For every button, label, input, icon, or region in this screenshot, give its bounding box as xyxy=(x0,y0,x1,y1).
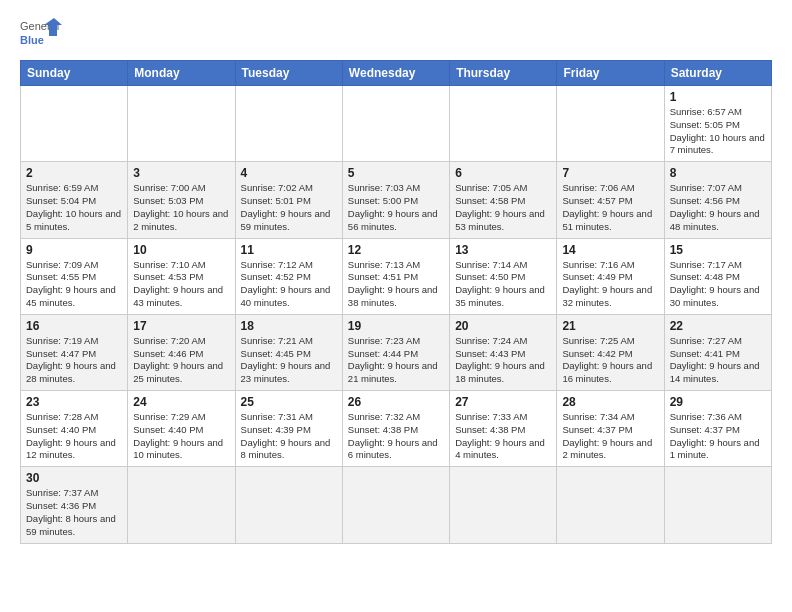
calendar-cell xyxy=(664,467,771,543)
day-info: Sunrise: 7:23 AM Sunset: 4:44 PM Dayligh… xyxy=(348,335,444,386)
calendar-cell: 16Sunrise: 7:19 AM Sunset: 4:47 PM Dayli… xyxy=(21,314,128,390)
calendar-cell xyxy=(128,467,235,543)
day-info: Sunrise: 7:31 AM Sunset: 4:39 PM Dayligh… xyxy=(241,411,337,462)
day-info: Sunrise: 7:14 AM Sunset: 4:50 PM Dayligh… xyxy=(455,259,551,310)
day-number: 14 xyxy=(562,243,658,257)
calendar-cell xyxy=(235,86,342,162)
day-number: 13 xyxy=(455,243,551,257)
day-number: 8 xyxy=(670,166,766,180)
calendar-cell xyxy=(557,86,664,162)
weekday-header-wednesday: Wednesday xyxy=(342,61,449,86)
calendar-cell: 26Sunrise: 7:32 AM Sunset: 4:38 PM Dayli… xyxy=(342,391,449,467)
calendar-cell xyxy=(450,467,557,543)
day-info: Sunrise: 7:06 AM Sunset: 4:57 PM Dayligh… xyxy=(562,182,658,233)
calendar-cell: 10Sunrise: 7:10 AM Sunset: 4:53 PM Dayli… xyxy=(128,238,235,314)
calendar-cell: 30Sunrise: 7:37 AM Sunset: 4:36 PM Dayli… xyxy=(21,467,128,543)
day-info: Sunrise: 7:00 AM Sunset: 5:03 PM Dayligh… xyxy=(133,182,229,233)
day-number: 29 xyxy=(670,395,766,409)
calendar-cell: 20Sunrise: 7:24 AM Sunset: 4:43 PM Dayli… xyxy=(450,314,557,390)
day-number: 7 xyxy=(562,166,658,180)
calendar-row-5: 30Sunrise: 7:37 AM Sunset: 4:36 PM Dayli… xyxy=(21,467,772,543)
logo: General Blue xyxy=(20,18,62,50)
day-info: Sunrise: 7:10 AM Sunset: 4:53 PM Dayligh… xyxy=(133,259,229,310)
day-number: 12 xyxy=(348,243,444,257)
calendar-cell: 18Sunrise: 7:21 AM Sunset: 4:45 PM Dayli… xyxy=(235,314,342,390)
day-number: 20 xyxy=(455,319,551,333)
weekday-header-friday: Friday xyxy=(557,61,664,86)
calendar-cell xyxy=(450,86,557,162)
weekday-header-thursday: Thursday xyxy=(450,61,557,86)
day-number: 26 xyxy=(348,395,444,409)
calendar-cell: 11Sunrise: 7:12 AM Sunset: 4:52 PM Dayli… xyxy=(235,238,342,314)
day-number: 18 xyxy=(241,319,337,333)
day-number: 9 xyxy=(26,243,122,257)
day-info: Sunrise: 7:20 AM Sunset: 4:46 PM Dayligh… xyxy=(133,335,229,386)
svg-text:Blue: Blue xyxy=(20,34,44,46)
calendar-cell: 25Sunrise: 7:31 AM Sunset: 4:39 PM Dayli… xyxy=(235,391,342,467)
day-number: 4 xyxy=(241,166,337,180)
generalblue-logo-icon: General Blue xyxy=(20,18,62,50)
day-info: Sunrise: 7:28 AM Sunset: 4:40 PM Dayligh… xyxy=(26,411,122,462)
day-info: Sunrise: 7:37 AM Sunset: 4:36 PM Dayligh… xyxy=(26,487,122,538)
calendar-cell: 7Sunrise: 7:06 AM Sunset: 4:57 PM Daylig… xyxy=(557,162,664,238)
calendar-row-1: 2Sunrise: 6:59 AM Sunset: 5:04 PM Daylig… xyxy=(21,162,772,238)
day-number: 19 xyxy=(348,319,444,333)
day-number: 6 xyxy=(455,166,551,180)
calendar-row-4: 23Sunrise: 7:28 AM Sunset: 4:40 PM Dayli… xyxy=(21,391,772,467)
day-info: Sunrise: 6:57 AM Sunset: 5:05 PM Dayligh… xyxy=(670,106,766,157)
calendar-cell: 22Sunrise: 7:27 AM Sunset: 4:41 PM Dayli… xyxy=(664,314,771,390)
day-info: Sunrise: 7:16 AM Sunset: 4:49 PM Dayligh… xyxy=(562,259,658,310)
calendar-row-2: 9Sunrise: 7:09 AM Sunset: 4:55 PM Daylig… xyxy=(21,238,772,314)
calendar-cell: 1Sunrise: 6:57 AM Sunset: 5:05 PM Daylig… xyxy=(664,86,771,162)
calendar-cell: 3Sunrise: 7:00 AM Sunset: 5:03 PM Daylig… xyxy=(128,162,235,238)
weekday-header-sunday: Sunday xyxy=(21,61,128,86)
calendar-cell: 2Sunrise: 6:59 AM Sunset: 5:04 PM Daylig… xyxy=(21,162,128,238)
weekday-header-row: SundayMondayTuesdayWednesdayThursdayFrid… xyxy=(21,61,772,86)
calendar-cell xyxy=(342,86,449,162)
header: General Blue xyxy=(20,18,772,50)
day-number: 2 xyxy=(26,166,122,180)
calendar-cell: 28Sunrise: 7:34 AM Sunset: 4:37 PM Dayli… xyxy=(557,391,664,467)
day-info: Sunrise: 7:05 AM Sunset: 4:58 PM Dayligh… xyxy=(455,182,551,233)
calendar-cell: 21Sunrise: 7:25 AM Sunset: 4:42 PM Dayli… xyxy=(557,314,664,390)
calendar-cell: 14Sunrise: 7:16 AM Sunset: 4:49 PM Dayli… xyxy=(557,238,664,314)
calendar-cell: 5Sunrise: 7:03 AM Sunset: 5:00 PM Daylig… xyxy=(342,162,449,238)
calendar-cell xyxy=(128,86,235,162)
day-info: Sunrise: 7:32 AM Sunset: 4:38 PM Dayligh… xyxy=(348,411,444,462)
calendar-row-3: 16Sunrise: 7:19 AM Sunset: 4:47 PM Dayli… xyxy=(21,314,772,390)
calendar-cell: 27Sunrise: 7:33 AM Sunset: 4:38 PM Dayli… xyxy=(450,391,557,467)
day-info: Sunrise: 7:17 AM Sunset: 4:48 PM Dayligh… xyxy=(670,259,766,310)
day-number: 28 xyxy=(562,395,658,409)
calendar-cell: 17Sunrise: 7:20 AM Sunset: 4:46 PM Dayli… xyxy=(128,314,235,390)
calendar-row-0: 1Sunrise: 6:57 AM Sunset: 5:05 PM Daylig… xyxy=(21,86,772,162)
day-number: 5 xyxy=(348,166,444,180)
calendar-cell: 19Sunrise: 7:23 AM Sunset: 4:44 PM Dayli… xyxy=(342,314,449,390)
day-number: 22 xyxy=(670,319,766,333)
day-number: 15 xyxy=(670,243,766,257)
day-info: Sunrise: 7:27 AM Sunset: 4:41 PM Dayligh… xyxy=(670,335,766,386)
calendar-cell: 6Sunrise: 7:05 AM Sunset: 4:58 PM Daylig… xyxy=(450,162,557,238)
calendar-cell: 4Sunrise: 7:02 AM Sunset: 5:01 PM Daylig… xyxy=(235,162,342,238)
day-info: Sunrise: 7:19 AM Sunset: 4:47 PM Dayligh… xyxy=(26,335,122,386)
calendar-cell: 8Sunrise: 7:07 AM Sunset: 4:56 PM Daylig… xyxy=(664,162,771,238)
day-number: 16 xyxy=(26,319,122,333)
day-info: Sunrise: 7:21 AM Sunset: 4:45 PM Dayligh… xyxy=(241,335,337,386)
day-info: Sunrise: 7:07 AM Sunset: 4:56 PM Dayligh… xyxy=(670,182,766,233)
day-number: 3 xyxy=(133,166,229,180)
weekday-header-monday: Monday xyxy=(128,61,235,86)
day-info: Sunrise: 7:02 AM Sunset: 5:01 PM Dayligh… xyxy=(241,182,337,233)
calendar-cell: 23Sunrise: 7:28 AM Sunset: 4:40 PM Dayli… xyxy=(21,391,128,467)
calendar-cell: 29Sunrise: 7:36 AM Sunset: 4:37 PM Dayli… xyxy=(664,391,771,467)
day-number: 17 xyxy=(133,319,229,333)
day-info: Sunrise: 7:09 AM Sunset: 4:55 PM Dayligh… xyxy=(26,259,122,310)
day-number: 27 xyxy=(455,395,551,409)
day-number: 24 xyxy=(133,395,229,409)
day-number: 10 xyxy=(133,243,229,257)
day-number: 1 xyxy=(670,90,766,104)
day-info: Sunrise: 7:33 AM Sunset: 4:38 PM Dayligh… xyxy=(455,411,551,462)
weekday-header-tuesday: Tuesday xyxy=(235,61,342,86)
day-info: Sunrise: 6:59 AM Sunset: 5:04 PM Dayligh… xyxy=(26,182,122,233)
day-number: 23 xyxy=(26,395,122,409)
day-info: Sunrise: 7:03 AM Sunset: 5:00 PM Dayligh… xyxy=(348,182,444,233)
day-number: 21 xyxy=(562,319,658,333)
